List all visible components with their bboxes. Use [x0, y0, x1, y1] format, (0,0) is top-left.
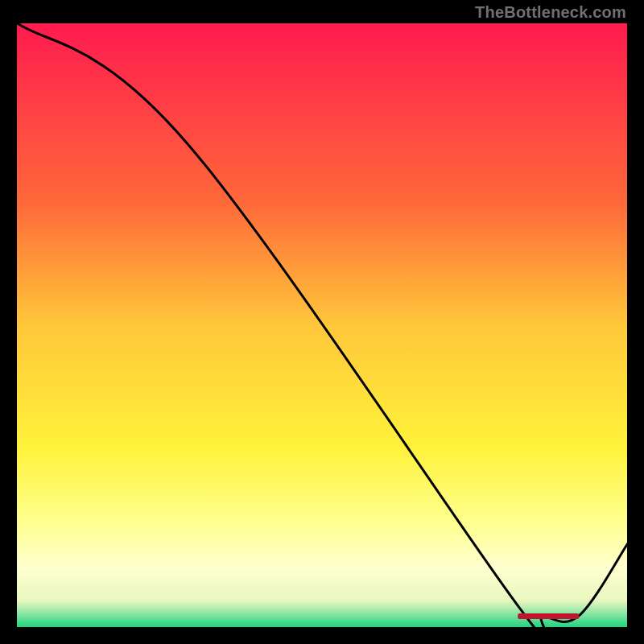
canvas: TheBottleneck.com [0, 0, 644, 644]
watermark-text: TheBottleneck.com [475, 3, 626, 22]
chart-plot-area [16, 23, 628, 628]
chart-svg [16, 23, 628, 628]
optimum-band-marker [518, 613, 579, 619]
